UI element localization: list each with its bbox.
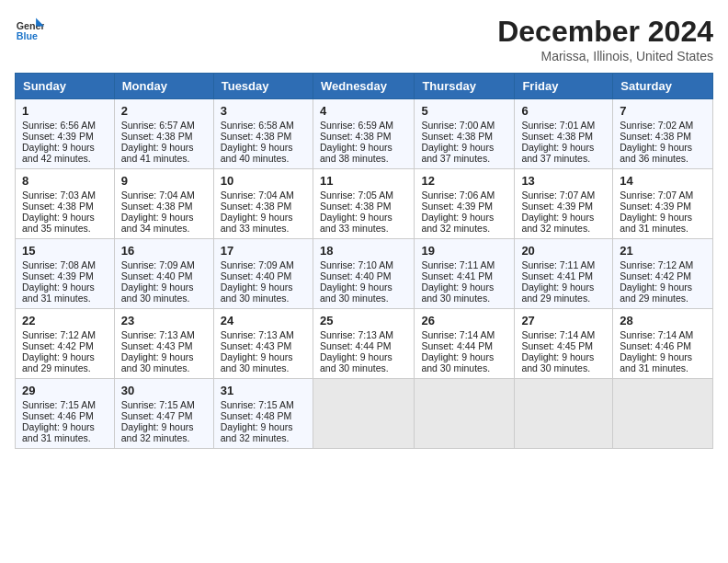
table-row	[515, 379, 613, 449]
day-number: 20	[521, 244, 606, 258]
table-row: 20Sunrise: 7:11 AMSunset: 4:41 PMDayligh…	[515, 239, 613, 309]
sunrise-text: Sunrise: 7:11 AM	[521, 259, 595, 270]
header-area: General Blue December 2024 Marissa, Illi…	[15, 15, 713, 63]
sunset-text: Sunset: 4:38 PM	[421, 131, 493, 142]
sunrise-text: Sunrise: 6:59 AM	[320, 120, 393, 131]
table-row: 1Sunrise: 6:56 AMSunset: 4:39 PMDaylight…	[16, 99, 115, 169]
day-number: 22	[22, 314, 108, 327]
table-row: 13Sunrise: 7:07 AMSunset: 4:39 PMDayligh…	[515, 169, 613, 239]
sunrise-text: Sunrise: 7:15 AM	[22, 399, 96, 410]
day-number: 27	[521, 314, 606, 327]
day-number: 8	[22, 174, 108, 188]
sunrise-text: Sunrise: 7:05 AM	[320, 190, 393, 201]
sunrise-text: Sunrise: 7:15 AM	[121, 399, 195, 410]
sunrise-text: Sunrise: 6:58 AM	[221, 120, 294, 131]
title-area: December 2024 Marissa, Illinois, United …	[497, 15, 713, 63]
daylight-text: Daylight: 9 hours and 30 minutes.	[121, 351, 194, 373]
daylight-text: Daylight: 9 hours and 31 minutes.	[22, 282, 95, 304]
daylight-text: Daylight: 9 hours and 36 minutes.	[620, 142, 692, 164]
table-row: 31Sunrise: 7:15 AMSunset: 4:48 PMDayligh…	[213, 379, 313, 449]
day-number: 17	[221, 244, 306, 258]
col-sunday: Sunday	[16, 74, 115, 99]
sunset-text: Sunset: 4:39 PM	[620, 201, 691, 212]
calendar-week-row: 22Sunrise: 7:12 AMSunset: 4:42 PMDayligh…	[16, 309, 713, 379]
sunset-text: Sunset: 4:38 PM	[221, 201, 292, 212]
day-number: 7	[620, 104, 706, 118]
sunset-text: Sunset: 4:44 PM	[320, 340, 392, 351]
sunset-text: Sunset: 4:38 PM	[22, 201, 94, 212]
col-friday: Friday	[515, 74, 613, 99]
col-wednesday: Wednesday	[313, 74, 414, 99]
sunset-text: Sunset: 4:46 PM	[22, 410, 94, 421]
daylight-text: Daylight: 9 hours and 37 minutes.	[521, 142, 594, 164]
table-row: 19Sunrise: 7:11 AMSunset: 4:41 PMDayligh…	[415, 239, 515, 309]
sunrise-text: Sunrise: 7:01 AM	[521, 120, 595, 131]
day-number: 26	[421, 314, 507, 327]
day-number: 18	[320, 244, 407, 258]
calendar-week-row: 15Sunrise: 7:08 AMSunset: 4:39 PMDayligh…	[16, 239, 713, 309]
day-number: 5	[421, 104, 507, 118]
daylight-text: Daylight: 9 hours and 38 minutes.	[320, 142, 392, 164]
daylight-text: Daylight: 9 hours and 31 minutes.	[620, 212, 692, 234]
daylight-text: Daylight: 9 hours and 30 minutes.	[320, 282, 392, 304]
table-row: 2Sunrise: 6:57 AMSunset: 4:38 PMDaylight…	[114, 99, 213, 169]
daylight-text: Daylight: 9 hours and 29 minutes.	[620, 282, 692, 304]
table-row: 9Sunrise: 7:04 AMSunset: 4:38 PMDaylight…	[114, 169, 213, 239]
daylight-text: Daylight: 9 hours and 33 minutes.	[320, 212, 392, 234]
day-number: 11	[320, 174, 407, 188]
day-number: 28	[620, 314, 706, 327]
daylight-text: Daylight: 9 hours and 29 minutes.	[22, 351, 95, 373]
table-row: 15Sunrise: 7:08 AMSunset: 4:39 PMDayligh…	[16, 239, 115, 309]
daylight-text: Daylight: 9 hours and 32 minutes.	[421, 212, 494, 234]
daylight-text: Daylight: 9 hours and 30 minutes.	[221, 282, 293, 304]
sunrise-text: Sunrise: 7:09 AM	[221, 259, 294, 270]
daylight-text: Daylight: 9 hours and 31 minutes.	[22, 421, 95, 443]
table-row: 23Sunrise: 7:13 AMSunset: 4:43 PMDayligh…	[114, 309, 213, 379]
table-row: 11Sunrise: 7:05 AMSunset: 4:38 PMDayligh…	[313, 169, 414, 239]
day-number: 12	[421, 174, 507, 188]
calendar-week-row: 8Sunrise: 7:03 AMSunset: 4:38 PMDaylight…	[16, 169, 713, 239]
day-number: 30	[121, 384, 207, 397]
sunrise-text: Sunrise: 7:13 AM	[221, 329, 294, 340]
sunset-text: Sunset: 4:40 PM	[221, 270, 292, 282]
sunrise-text: Sunrise: 6:56 AM	[22, 120, 96, 131]
daylight-text: Daylight: 9 hours and 32 minutes.	[221, 421, 293, 443]
daylight-text: Daylight: 9 hours and 37 minutes.	[421, 142, 494, 164]
sunset-text: Sunset: 4:38 PM	[121, 201, 193, 212]
daylight-text: Daylight: 9 hours and 40 minutes.	[221, 142, 293, 164]
day-number: 23	[121, 314, 207, 327]
table-row: 26Sunrise: 7:14 AMSunset: 4:44 PMDayligh…	[415, 309, 515, 379]
sunrise-text: Sunrise: 7:11 AM	[421, 259, 495, 270]
table-row: 18Sunrise: 7:10 AMSunset: 4:40 PMDayligh…	[313, 239, 414, 309]
day-number: 9	[121, 174, 207, 188]
day-number: 1	[22, 104, 108, 118]
day-number: 25	[320, 314, 407, 327]
table-row: 10Sunrise: 7:04 AMSunset: 4:38 PMDayligh…	[213, 169, 313, 239]
table-row	[415, 379, 515, 449]
sunset-text: Sunset: 4:38 PM	[320, 201, 392, 212]
sunrise-text: Sunrise: 7:09 AM	[121, 259, 195, 270]
table-row: 29Sunrise: 7:15 AMSunset: 4:46 PMDayligh…	[16, 379, 115, 449]
daylight-text: Daylight: 9 hours and 30 minutes.	[221, 351, 293, 373]
table-row: 21Sunrise: 7:12 AMSunset: 4:42 PMDayligh…	[613, 239, 713, 309]
col-tuesday: Tuesday	[213, 74, 313, 99]
sunrise-text: Sunrise: 7:00 AM	[421, 120, 495, 131]
sunrise-text: Sunrise: 7:14 AM	[421, 329, 495, 340]
sunrise-text: Sunrise: 7:14 AM	[521, 329, 595, 340]
table-row	[613, 379, 713, 449]
sunset-text: Sunset: 4:39 PM	[421, 201, 493, 212]
daylight-text: Daylight: 9 hours and 34 minutes.	[121, 212, 194, 234]
calendar-table: Sunday Monday Tuesday Wednesday Thursday…	[15, 73, 713, 449]
daylight-text: Daylight: 9 hours and 32 minutes.	[521, 212, 594, 234]
table-row	[313, 379, 414, 449]
day-number: 6	[521, 104, 606, 118]
table-row: 28Sunrise: 7:14 AMSunset: 4:46 PMDayligh…	[613, 309, 713, 379]
sunrise-text: Sunrise: 6:57 AM	[121, 120, 195, 131]
table-row: 5Sunrise: 7:00 AMSunset: 4:38 PMDaylight…	[415, 99, 515, 169]
sunset-text: Sunset: 4:39 PM	[22, 270, 94, 282]
sunrise-text: Sunrise: 7:12 AM	[620, 259, 693, 270]
sunrise-text: Sunrise: 7:04 AM	[221, 190, 294, 201]
sunset-text: Sunset: 4:42 PM	[22, 340, 94, 351]
table-row: 7Sunrise: 7:02 AMSunset: 4:38 PMDaylight…	[613, 99, 713, 169]
table-row: 27Sunrise: 7:14 AMSunset: 4:45 PMDayligh…	[515, 309, 613, 379]
